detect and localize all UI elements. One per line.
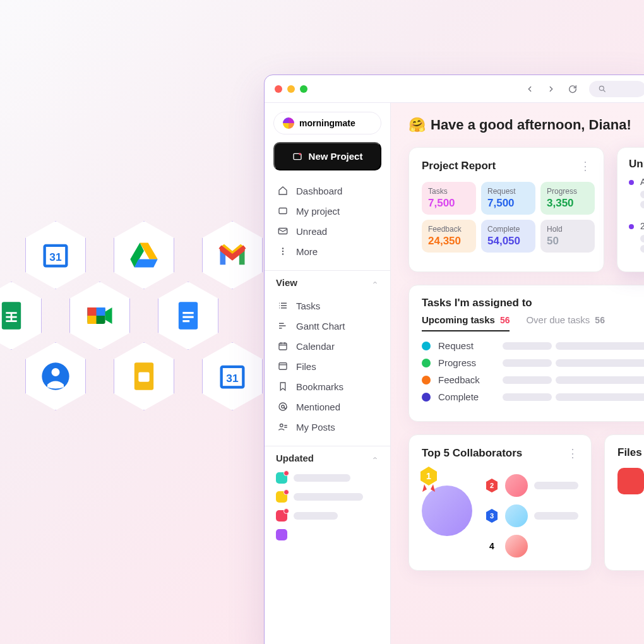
home-icon — [277, 185, 289, 196]
skeleton-bar — [294, 493, 363, 501]
list-icon — [277, 300, 289, 311]
nav-unread[interactable]: Unread — [275, 221, 380, 241]
tab-overdue[interactable]: Over due tasks 56 — [526, 314, 604, 331]
report-tile[interactable]: Feedback24,350 — [422, 220, 476, 253]
brand-name: morningmate — [299, 118, 355, 128]
nav-my-project[interactable]: My project — [275, 201, 380, 221]
view-tasks[interactable]: Tasks — [275, 295, 380, 316]
report-tile[interactable]: Hold50 — [540, 220, 595, 253]
chevron-up-icon — [371, 279, 379, 287]
google-meet-icon — [83, 299, 116, 332]
forward-button[interactable] — [546, 84, 556, 94]
new-project-button[interactable]: New Project — [273, 142, 381, 170]
file-thumbnail[interactable] — [617, 468, 644, 494]
view-section-header[interactable]: View — [265, 270, 390, 294]
user-icon — [277, 421, 289, 432]
skeleton-bar — [640, 201, 644, 208]
back-button[interactable] — [525, 84, 535, 94]
view-calendar[interactable]: Calendar — [275, 336, 380, 356]
updated-section-header[interactable]: Updated — [265, 446, 390, 470]
updated-item[interactable] — [276, 529, 379, 540]
avatar — [422, 486, 472, 536]
file-icon — [277, 361, 289, 372]
bullet-icon — [629, 224, 634, 229]
reload-button[interactable] — [568, 84, 578, 94]
task-status-label: Progress — [438, 357, 495, 368]
svg-point-16 — [599, 86, 604, 90]
tile-label: Tasks — [428, 187, 470, 196]
google-drive-icon — [128, 239, 160, 271]
unread-item[interactable]: 20 m — [629, 221, 644, 253]
view-bookmarks[interactable]: Bookmarks — [275, 376, 380, 397]
task-row[interactable]: Request — [422, 340, 644, 351]
view-my-posts[interactable]: My Posts — [275, 417, 380, 437]
report-tile[interactable]: Request7,500 — [481, 182, 535, 215]
updated-color-swatch — [276, 472, 287, 484]
nav-more[interactable]: More — [275, 241, 380, 261]
unread-text: 20 m — [640, 221, 644, 231]
skeleton-bar — [294, 512, 338, 520]
hex-gmail — [202, 221, 263, 289]
collaborator-rank-4: 4 — [485, 535, 578, 558]
avatar — [505, 474, 528, 497]
hex-google-calendar: 31 — [25, 221, 86, 289]
tile-value: 3,350 — [547, 197, 588, 210]
updated-list — [265, 470, 390, 543]
close-dot[interactable] — [275, 85, 282, 93]
at-icon — [277, 401, 289, 412]
hex-google-slides — [114, 342, 174, 410]
google-docs-icon — [172, 299, 205, 332]
assigned-tabs: Upcoming tasks 56 Over due tasks 56 — [422, 314, 644, 331]
hex-google-calendar-2: 31 — [202, 342, 263, 410]
task-row[interactable]: Feedback — [422, 374, 644, 385]
gmail-icon — [216, 239, 249, 271]
view-mentioned[interactable]: Mentioned — [275, 397, 380, 417]
task-row[interactable]: Complete — [422, 391, 644, 402]
greeting: 🤗 Have a good afternoon, Diana! — [408, 117, 644, 133]
tab-upcoming[interactable]: Upcoming tasks 56 — [422, 314, 510, 331]
skeleton-bar — [640, 235, 644, 242]
collaborators-card: Top 5 Collaborators ⋮ 1 2 — [408, 434, 592, 571]
app-window: morningmate New Project Dashboard My pro… — [264, 75, 644, 644]
brand-chip[interactable]: morningmate — [273, 112, 381, 134]
nav-dashboard[interactable]: Dashboard — [275, 181, 380, 201]
view-gantt[interactable]: Gantt Chart — [275, 316, 380, 336]
minimize-dot[interactable] — [287, 85, 295, 93]
task-row[interactable]: Progress — [422, 357, 644, 368]
updated-item[interactable] — [276, 510, 379, 522]
svg-rect-12 — [138, 373, 149, 382]
card-menu-button[interactable]: ⋮ — [567, 446, 578, 460]
sidebar: morningmate New Project Dashboard My pro… — [265, 103, 391, 644]
address-search[interactable] — [589, 81, 644, 97]
card-menu-button[interactable]: ⋮ — [580, 159, 591, 173]
svg-rect-24 — [279, 343, 287, 350]
svg-rect-25 — [279, 363, 287, 370]
updated-item[interactable] — [276, 472, 379, 484]
tile-value: 24,350 — [428, 235, 470, 247]
updated-item[interactable] — [276, 491, 379, 503]
unread-item[interactable]: A fe — [629, 177, 644, 208]
tile-value: 7,500 — [487, 197, 529, 210]
files-card: Files — [604, 434, 644, 571]
report-tile[interactable]: Progress3,350 — [540, 182, 595, 215]
google-calendar-icon: 31 — [39, 239, 72, 271]
report-tile[interactable]: Complete54,050 — [481, 220, 535, 253]
hex-google-sheets — [0, 282, 42, 350]
mail-icon — [277, 225, 289, 237]
task-bar — [503, 342, 644, 350]
google-contacts-icon — [39, 360, 72, 393]
project-report-title: Project Report — [422, 160, 496, 172]
search-icon — [598, 85, 607, 93]
hex-google-docs — [158, 282, 218, 350]
report-tile[interactable]: Tasks7,500 — [422, 182, 476, 215]
traffic-lights — [275, 85, 307, 93]
greeting-emoji: 🤗 — [408, 117, 426, 133]
dots-icon — [277, 246, 289, 257]
maximize-dot[interactable] — [300, 85, 307, 93]
task-status-label: Complete — [438, 391, 495, 402]
svg-point-26 — [279, 403, 287, 410]
view-files[interactable]: Files — [275, 356, 380, 376]
window-titlebar — [265, 75, 644, 103]
hex-google-meet — [69, 282, 130, 350]
svg-text:1: 1 — [426, 471, 431, 481]
